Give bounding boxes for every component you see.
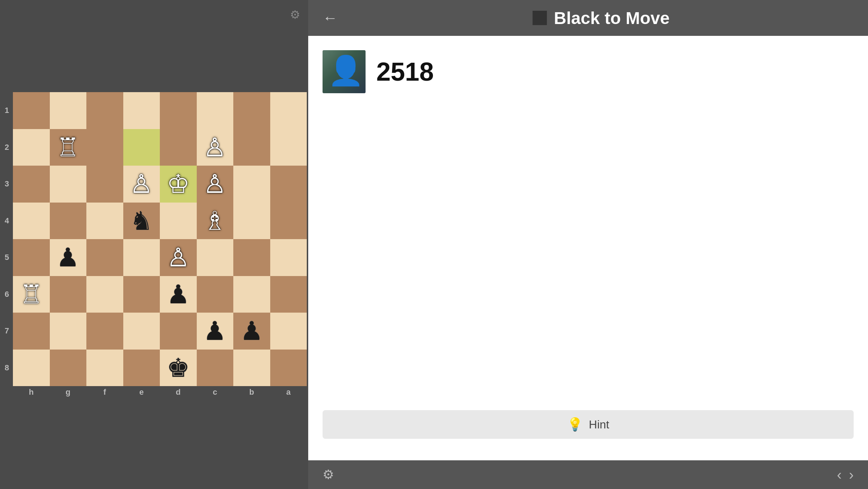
cell-h6[interactable]: ♖ bbox=[13, 276, 50, 313]
cell-h7[interactable] bbox=[13, 313, 50, 350]
cell-a7[interactable] bbox=[270, 313, 307, 350]
cell-c4[interactable]: ♗ bbox=[197, 203, 234, 239]
back-button[interactable]: ← bbox=[323, 10, 338, 25]
cell-e2-highlight[interactable] bbox=[123, 129, 160, 166]
cell-h5[interactable] bbox=[13, 239, 50, 276]
cell-c6[interactable] bbox=[197, 276, 234, 313]
cell-c7[interactable]: ♟ bbox=[197, 313, 234, 350]
cell-e6[interactable] bbox=[123, 276, 160, 313]
white-pawn-c2[interactable]: ♙ bbox=[203, 134, 226, 160]
black-king-d8[interactable]: ♚ bbox=[167, 355, 190, 381]
content-area: 2518 💡 Hint bbox=[308, 36, 868, 460]
right-panel: ← Black to Move 2518 💡 Hint ⚙ ‹ › bbox=[308, 0, 868, 489]
cell-h3[interactable] bbox=[13, 166, 50, 203]
col-label-c: c bbox=[197, 388, 234, 397]
bottom-bar: ⚙ ‹ › bbox=[308, 460, 868, 489]
header-title: Black to Move bbox=[554, 8, 670, 28]
row-label-4: 4 bbox=[1, 203, 12, 239]
cell-g6[interactable] bbox=[50, 276, 87, 313]
cell-d2[interactable] bbox=[160, 129, 197, 166]
white-pawn-c3[interactable]: ♙ bbox=[203, 171, 226, 197]
col-label-e: e bbox=[123, 388, 160, 397]
cell-a4[interactable] bbox=[270, 203, 307, 239]
cell-g3[interactable] bbox=[50, 166, 87, 203]
cell-d4[interactable] bbox=[160, 203, 197, 239]
cell-g4[interactable] bbox=[50, 203, 87, 239]
cell-g8[interactable] bbox=[50, 350, 87, 386]
cell-f4[interactable] bbox=[86, 203, 123, 239]
board-panel: ⚙ 1 2 3 4 5 6 7 8 bbox=[0, 0, 308, 489]
cell-f1[interactable] bbox=[86, 92, 123, 129]
cell-d3-highlight[interactable]: ♔ bbox=[160, 166, 197, 203]
cell-c2[interactable]: ♙ bbox=[197, 129, 234, 166]
cell-b8[interactable] bbox=[233, 350, 270, 386]
cell-f7[interactable] bbox=[86, 313, 123, 350]
cell-c8[interactable] bbox=[197, 350, 234, 386]
cell-f2[interactable] bbox=[86, 129, 123, 166]
cell-e1[interactable] bbox=[123, 92, 160, 129]
hint-button[interactable]: 💡 Hint bbox=[323, 410, 854, 439]
cell-c3[interactable]: ♙ bbox=[197, 166, 234, 203]
cell-g7[interactable] bbox=[50, 313, 87, 350]
cell-a3[interactable] bbox=[270, 166, 307, 203]
cell-h8[interactable] bbox=[13, 350, 50, 386]
settings-icon-top[interactable]: ⚙ bbox=[290, 8, 300, 22]
black-pawn-g5[interactable]: ♟ bbox=[56, 244, 80, 270]
cell-h4[interactable] bbox=[13, 203, 50, 239]
header: ← Black to Move bbox=[308, 0, 868, 36]
cell-f3[interactable] bbox=[86, 166, 123, 203]
cell-d8[interactable]: ♚ bbox=[160, 350, 197, 386]
cell-e7[interactable] bbox=[123, 313, 160, 350]
black-pawn-d6[interactable]: ♟ bbox=[167, 281, 190, 307]
white-bishop-c4[interactable]: ♗ bbox=[203, 208, 226, 234]
next-button[interactable]: › bbox=[849, 467, 854, 483]
header-title-area: Black to Move bbox=[348, 8, 854, 28]
cell-b6[interactable] bbox=[233, 276, 270, 313]
cell-g2[interactable]: ♖ bbox=[50, 129, 87, 166]
cell-h1[interactable] bbox=[13, 92, 50, 129]
white-rook-h6[interactable]: ♖ bbox=[20, 281, 43, 307]
black-knight-e4[interactable]: ♞ bbox=[130, 208, 153, 234]
chess-board: ♖ ♙ ♙ ♔ bbox=[13, 92, 307, 386]
cell-a2[interactable] bbox=[270, 129, 307, 166]
cell-b2[interactable] bbox=[233, 129, 270, 166]
cell-b5[interactable] bbox=[233, 239, 270, 276]
cell-g1[interactable] bbox=[50, 92, 87, 129]
black-square-icon bbox=[533, 11, 547, 25]
cell-e3[interactable]: ♙ bbox=[123, 166, 160, 203]
cell-c5[interactable] bbox=[197, 239, 234, 276]
black-pawn-c7[interactable]: ♟ bbox=[203, 318, 226, 344]
white-pawn-e3[interactable]: ♙ bbox=[130, 171, 153, 197]
cell-d1[interactable] bbox=[160, 92, 197, 129]
cell-b1[interactable] bbox=[233, 92, 270, 129]
cell-f5[interactable] bbox=[86, 239, 123, 276]
white-king-d3[interactable]: ♔ bbox=[167, 171, 190, 197]
cell-b3[interactable] bbox=[233, 166, 270, 203]
settings-icon-bottom[interactable]: ⚙ bbox=[323, 467, 334, 482]
cell-a1[interactable] bbox=[270, 92, 307, 129]
black-pawn-b7[interactable]: ♟ bbox=[240, 318, 263, 344]
cell-b7[interactable]: ♟ bbox=[233, 313, 270, 350]
row-label-1: 1 bbox=[1, 92, 12, 129]
white-rook-g2[interactable]: ♖ bbox=[56, 134, 80, 160]
cell-a8[interactable] bbox=[270, 350, 307, 386]
cell-c1[interactable] bbox=[197, 92, 234, 129]
cell-b4[interactable] bbox=[233, 203, 270, 239]
cell-f8[interactable] bbox=[86, 350, 123, 386]
cell-e8[interactable] bbox=[123, 350, 160, 386]
cell-d7[interactable] bbox=[160, 313, 197, 350]
cell-e4[interactable]: ♞ bbox=[123, 203, 160, 239]
cell-e5[interactable] bbox=[123, 239, 160, 276]
cell-d5[interactable]: ♙ bbox=[160, 239, 197, 276]
cell-g5[interactable]: ♟ bbox=[50, 239, 87, 276]
cell-a6[interactable] bbox=[270, 276, 307, 313]
cell-d6[interactable]: ♟ bbox=[160, 276, 197, 313]
player-info: 2518 bbox=[323, 50, 854, 93]
white-pawn-d5[interactable]: ♙ bbox=[167, 244, 190, 270]
cell-a5[interactable] bbox=[270, 239, 307, 276]
prev-button[interactable]: ‹ bbox=[837, 467, 841, 483]
cell-f6[interactable] bbox=[86, 276, 123, 313]
row-label-8: 8 bbox=[1, 350, 12, 386]
row-label-3: 3 bbox=[1, 166, 12, 203]
cell-h2[interactable] bbox=[13, 129, 50, 166]
